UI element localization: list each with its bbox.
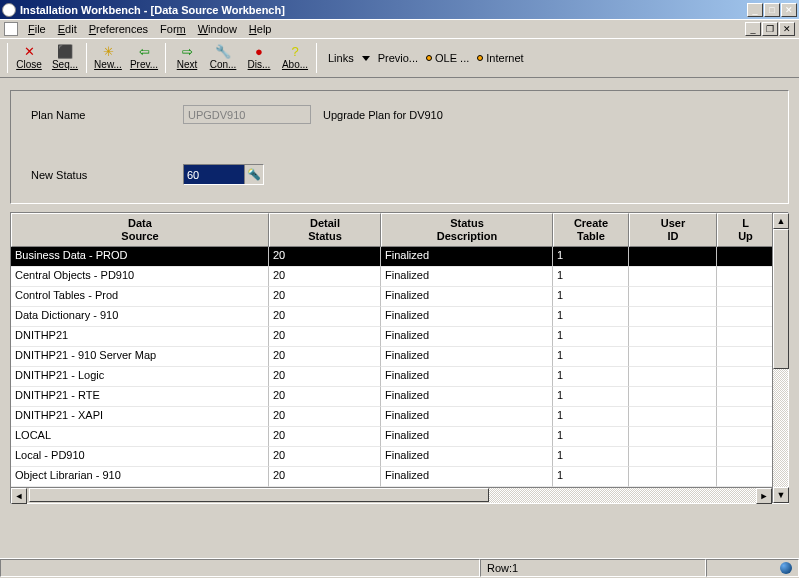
- abo-button[interactable]: ? Abo...: [277, 41, 313, 75]
- prev-button[interactable]: ⇦ Prev...: [126, 41, 162, 75]
- table-cell[interactable]: [629, 447, 717, 467]
- table-cell[interactable]: [717, 407, 774, 427]
- table-cell[interactable]: LOCAL: [11, 427, 269, 447]
- links-dropdown-icon[interactable]: [362, 56, 370, 61]
- table-cell[interactable]: [629, 267, 717, 287]
- table-cell[interactable]: Finalized: [381, 267, 553, 287]
- link-internet[interactable]: Internet: [477, 52, 523, 64]
- col-create-table[interactable]: CreateTable: [553, 213, 629, 247]
- table-cell[interactable]: Object Librarian - 910: [11, 467, 269, 487]
- table-cell[interactable]: Control Tables - Prod: [11, 287, 269, 307]
- table-cell[interactable]: 1: [553, 467, 629, 487]
- dis-button[interactable]: ● Dis...: [241, 41, 277, 75]
- table-cell[interactable]: 1: [553, 387, 629, 407]
- table-cell[interactable]: Finalized: [381, 427, 553, 447]
- table-cell[interactable]: Central Objects - PD910: [11, 267, 269, 287]
- menu-help[interactable]: Help: [243, 22, 278, 36]
- table-cell[interactable]: [717, 287, 774, 307]
- table-cell[interactable]: [629, 347, 717, 367]
- table-cell[interactable]: 1: [553, 407, 629, 427]
- col-last[interactable]: LUp: [717, 213, 774, 247]
- status-picker-button[interactable]: 🔦: [244, 165, 263, 184]
- table-cell[interactable]: Business Data - PROD: [11, 247, 269, 267]
- con-button[interactable]: 🔧 Con...: [205, 41, 241, 75]
- table-cell[interactable]: 20: [269, 347, 381, 367]
- table-cell[interactable]: 1: [553, 267, 629, 287]
- table-cell[interactable]: DNITHP21 - Logic: [11, 367, 269, 387]
- table-cell[interactable]: DNITHP21: [11, 327, 269, 347]
- next-button[interactable]: ⇨ Next: [169, 41, 205, 75]
- menu-file[interactable]: File: [22, 22, 52, 36]
- data-grid[interactable]: DataSource DetailStatus StatusDescriptio…: [10, 212, 789, 504]
- table-cell[interactable]: 1: [553, 347, 629, 367]
- link-ole[interactable]: OLE ...: [426, 52, 469, 64]
- table-cell[interactable]: [717, 367, 774, 387]
- table-cell[interactable]: [717, 267, 774, 287]
- table-cell[interactable]: Local - PD910: [11, 447, 269, 467]
- link-previo[interactable]: Previo...: [378, 52, 418, 64]
- table-cell[interactable]: DNITHP21 - 910 Server Map: [11, 347, 269, 367]
- table-cell[interactable]: Finalized: [381, 247, 553, 267]
- close-window-button[interactable]: ✕: [781, 3, 797, 17]
- menu-preferences[interactable]: Preferences: [83, 22, 154, 36]
- table-cell[interactable]: [629, 407, 717, 427]
- table-cell[interactable]: DNITHP21 - RTE: [11, 387, 269, 407]
- table-cell[interactable]: 1: [553, 327, 629, 347]
- menu-edit[interactable]: Edit: [52, 22, 83, 36]
- child-close-button[interactable]: ✕: [779, 22, 795, 36]
- menu-form[interactable]: Form: [154, 22, 192, 36]
- table-cell[interactable]: [717, 247, 774, 267]
- table-cell[interactable]: [717, 307, 774, 327]
- table-cell[interactable]: 1: [553, 247, 629, 267]
- table-cell[interactable]: 1: [553, 367, 629, 387]
- seq-button[interactable]: ⬛ Seq...: [47, 41, 83, 75]
- table-cell[interactable]: [717, 447, 774, 467]
- close-button[interactable]: ✕ Close: [11, 41, 47, 75]
- child-restore-button[interactable]: ❐: [762, 22, 778, 36]
- table-cell[interactable]: Finalized: [381, 407, 553, 427]
- table-cell[interactable]: 20: [269, 447, 381, 467]
- table-cell[interactable]: Finalized: [381, 287, 553, 307]
- table-cell[interactable]: 20: [269, 427, 381, 447]
- new-button[interactable]: ✳ New...: [90, 41, 126, 75]
- table-cell[interactable]: DNITHP21 - XAPI: [11, 407, 269, 427]
- col-detail-status[interactable]: DetailStatus: [269, 213, 381, 247]
- scroll-left-button[interactable]: ◄: [11, 488, 27, 504]
- table-cell[interactable]: 1: [553, 287, 629, 307]
- table-cell[interactable]: [717, 327, 774, 347]
- table-cell[interactable]: [629, 367, 717, 387]
- table-cell[interactable]: [717, 387, 774, 407]
- table-cell[interactable]: 1: [553, 447, 629, 467]
- horizontal-scrollbar[interactable]: ◄ ►: [11, 487, 772, 503]
- table-cell[interactable]: 20: [269, 307, 381, 327]
- table-cell[interactable]: Finalized: [381, 307, 553, 327]
- table-cell[interactable]: 20: [269, 467, 381, 487]
- table-cell[interactable]: [629, 287, 717, 307]
- col-status-description[interactable]: StatusDescription: [381, 213, 553, 247]
- table-cell[interactable]: 20: [269, 327, 381, 347]
- table-cell[interactable]: Finalized: [381, 447, 553, 467]
- table-cell[interactable]: [717, 467, 774, 487]
- table-cell[interactable]: [629, 467, 717, 487]
- scroll-up-button[interactable]: ▲: [773, 213, 789, 229]
- table-cell[interactable]: 20: [269, 247, 381, 267]
- table-cell[interactable]: 20: [269, 267, 381, 287]
- col-user-id[interactable]: UserID: [629, 213, 717, 247]
- vertical-scrollbar[interactable]: ▲ ▼: [772, 213, 788, 503]
- table-cell[interactable]: [629, 247, 717, 267]
- table-cell[interactable]: 20: [269, 287, 381, 307]
- table-cell[interactable]: 20: [269, 407, 381, 427]
- table-cell[interactable]: [629, 307, 717, 327]
- table-cell[interactable]: Finalized: [381, 347, 553, 367]
- table-cell[interactable]: [629, 327, 717, 347]
- menu-window[interactable]: Window: [192, 22, 243, 36]
- table-cell[interactable]: Finalized: [381, 367, 553, 387]
- new-status-field[interactable]: [184, 165, 244, 184]
- table-cell[interactable]: Finalized: [381, 467, 553, 487]
- table-cell[interactable]: Finalized: [381, 327, 553, 347]
- table-cell[interactable]: 20: [269, 387, 381, 407]
- maximize-button[interactable]: □: [764, 3, 780, 17]
- scroll-right-button[interactable]: ►: [756, 488, 772, 504]
- minimize-button[interactable]: _: [747, 3, 763, 17]
- table-cell[interactable]: [717, 347, 774, 367]
